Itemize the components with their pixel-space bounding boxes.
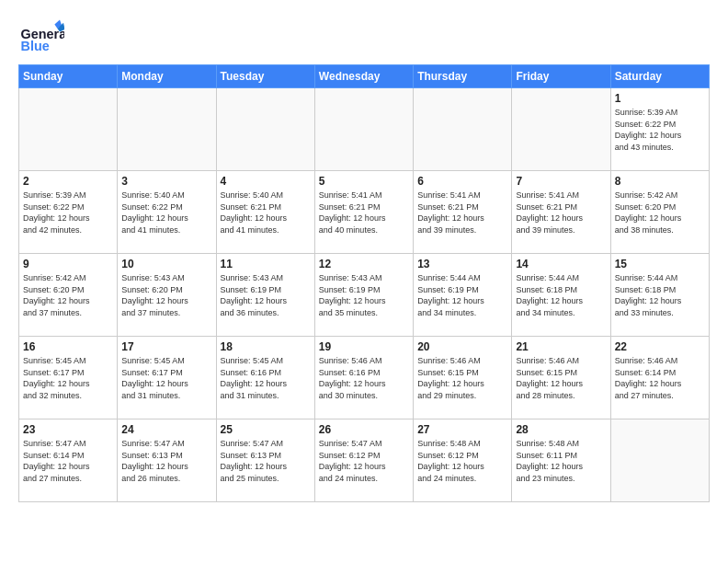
calendar-cell: 16Sunrise: 5:45 AM Sunset: 6:17 PM Dayli… <box>19 337 118 419</box>
day-info: Sunrise: 5:40 AM Sunset: 6:21 PM Dayligh… <box>221 190 311 236</box>
day-info: Sunrise: 5:45 AM Sunset: 6:16 PM Dayligh… <box>221 355 311 401</box>
calendar-cell: 8Sunrise: 5:42 AM Sunset: 6:20 PM Daylig… <box>610 171 709 254</box>
day-info: Sunrise: 5:46 AM Sunset: 6:16 PM Dayligh… <box>319 355 409 401</box>
calendar-cell <box>314 88 413 171</box>
day-info: Sunrise: 5:47 AM Sunset: 6:13 PM Dayligh… <box>221 438 311 484</box>
day-info: Sunrise: 5:41 AM Sunset: 6:21 PM Dayligh… <box>516 190 606 236</box>
day-number: 6 <box>417 175 507 188</box>
day-number: 2 <box>23 175 113 188</box>
day-number: 3 <box>121 175 211 188</box>
calendar-week-row: 9Sunrise: 5:42 AM Sunset: 6:20 PM Daylig… <box>19 254 710 337</box>
day-info: Sunrise: 5:43 AM Sunset: 6:19 PM Dayligh… <box>319 272 409 318</box>
day-number: 24 <box>121 423 211 436</box>
day-number: 5 <box>319 175 409 188</box>
calendar-cell: 9Sunrise: 5:42 AM Sunset: 6:20 PM Daylig… <box>19 254 118 337</box>
day-number: 19 <box>319 340 409 353</box>
calendar-cell: 24Sunrise: 5:47 AM Sunset: 6:13 PM Dayli… <box>118 419 216 502</box>
day-info: Sunrise: 5:45 AM Sunset: 6:17 PM Dayligh… <box>121 355 211 401</box>
weekday-header: Thursday <box>414 65 512 88</box>
day-number: 11 <box>221 258 311 270</box>
calendar-cell: 25Sunrise: 5:47 AM Sunset: 6:13 PM Dayli… <box>216 419 314 502</box>
calendar-week-row: 1Sunrise: 5:39 AM Sunset: 6:22 PM Daylig… <box>19 88 710 171</box>
calendar-cell <box>610 419 709 502</box>
calendar-cell <box>512 88 610 171</box>
weekday-header: Saturday <box>610 65 709 88</box>
day-number: 4 <box>221 175 311 188</box>
calendar-cell: 5Sunrise: 5:41 AM Sunset: 6:21 PM Daylig… <box>314 171 413 254</box>
calendar-cell: 18Sunrise: 5:45 AM Sunset: 6:16 PM Dayli… <box>216 337 314 419</box>
calendar-cell <box>216 88 314 171</box>
weekday-header: Tuesday <box>216 65 314 88</box>
calendar-week-row: 23Sunrise: 5:47 AM Sunset: 6:14 PM Dayli… <box>19 419 710 502</box>
calendar-cell: 19Sunrise: 5:46 AM Sunset: 6:16 PM Dayli… <box>314 337 413 419</box>
day-info: Sunrise: 5:48 AM Sunset: 6:12 PM Dayligh… <box>417 438 507 484</box>
day-number: 8 <box>615 175 705 188</box>
svg-text:Blue: Blue <box>21 39 50 53</box>
day-info: Sunrise: 5:39 AM Sunset: 6:22 PM Dayligh… <box>23 190 113 236</box>
day-info: Sunrise: 5:44 AM Sunset: 6:18 PM Dayligh… <box>615 272 705 318</box>
day-number: 9 <box>23 258 113 270</box>
day-info: Sunrise: 5:44 AM Sunset: 6:19 PM Dayligh… <box>417 272 507 318</box>
day-info: Sunrise: 5:47 AM Sunset: 6:13 PM Dayligh… <box>121 438 211 484</box>
weekday-header: Sunday <box>19 65 118 88</box>
day-info: Sunrise: 5:40 AM Sunset: 6:22 PM Dayligh… <box>121 190 211 236</box>
day-number: 17 <box>121 340 211 353</box>
calendar-cell <box>414 88 512 171</box>
calendar-cell: 13Sunrise: 5:44 AM Sunset: 6:19 PM Dayli… <box>414 254 512 337</box>
calendar-cell: 12Sunrise: 5:43 AM Sunset: 6:19 PM Dayli… <box>314 254 413 337</box>
calendar-week-row: 16Sunrise: 5:45 AM Sunset: 6:17 PM Dayli… <box>19 337 710 419</box>
logo-icon: General Blue <box>18 18 64 55</box>
calendar-cell: 4Sunrise: 5:40 AM Sunset: 6:21 PM Daylig… <box>216 171 314 254</box>
day-info: Sunrise: 5:39 AM Sunset: 6:22 PM Dayligh… <box>615 107 705 153</box>
calendar-week-row: 2Sunrise: 5:39 AM Sunset: 6:22 PM Daylig… <box>19 171 710 254</box>
day-number: 22 <box>615 340 705 353</box>
day-info: Sunrise: 5:45 AM Sunset: 6:17 PM Dayligh… <box>23 355 113 401</box>
day-number: 25 <box>221 423 311 436</box>
calendar-cell <box>118 88 216 171</box>
day-number: 15 <box>615 258 705 270</box>
calendar-cell: 2Sunrise: 5:39 AM Sunset: 6:22 PM Daylig… <box>19 171 118 254</box>
day-number: 12 <box>319 258 409 270</box>
weekday-header: Wednesday <box>314 65 413 88</box>
day-info: Sunrise: 5:48 AM Sunset: 6:11 PM Dayligh… <box>516 438 606 484</box>
day-info: Sunrise: 5:41 AM Sunset: 6:21 PM Dayligh… <box>319 190 409 236</box>
day-info: Sunrise: 5:46 AM Sunset: 6:15 PM Dayligh… <box>516 355 606 401</box>
weekday-header: Monday <box>118 65 216 88</box>
calendar-cell: 1Sunrise: 5:39 AM Sunset: 6:22 PM Daylig… <box>610 88 709 171</box>
weekday-header: Friday <box>512 65 610 88</box>
calendar-cell: 20Sunrise: 5:46 AM Sunset: 6:15 PM Dayli… <box>414 337 512 419</box>
day-info: Sunrise: 5:42 AM Sunset: 6:20 PM Dayligh… <box>615 190 705 236</box>
day-info: Sunrise: 5:46 AM Sunset: 6:14 PM Dayligh… <box>615 355 705 401</box>
day-info: Sunrise: 5:44 AM Sunset: 6:18 PM Dayligh… <box>516 272 606 318</box>
day-info: Sunrise: 5:46 AM Sunset: 6:15 PM Dayligh… <box>417 355 507 401</box>
calendar-cell: 3Sunrise: 5:40 AM Sunset: 6:22 PM Daylig… <box>118 171 216 254</box>
calendar-cell: 7Sunrise: 5:41 AM Sunset: 6:21 PM Daylig… <box>512 171 610 254</box>
day-number: 20 <box>417 340 507 353</box>
day-info: Sunrise: 5:41 AM Sunset: 6:21 PM Dayligh… <box>417 190 507 236</box>
calendar-cell: 28Sunrise: 5:48 AM Sunset: 6:11 PM Dayli… <box>512 419 610 502</box>
calendar-cell: 27Sunrise: 5:48 AM Sunset: 6:12 PM Dayli… <box>414 419 512 502</box>
day-number: 18 <box>221 340 311 353</box>
day-info: Sunrise: 5:47 AM Sunset: 6:12 PM Dayligh… <box>319 438 409 484</box>
day-info: Sunrise: 5:47 AM Sunset: 6:14 PM Dayligh… <box>23 438 113 484</box>
day-number: 14 <box>516 258 606 270</box>
logo: General Blue <box>18 18 64 55</box>
day-number: 1 <box>615 92 705 105</box>
calendar-cell: 15Sunrise: 5:44 AM Sunset: 6:18 PM Dayli… <box>610 254 709 337</box>
calendar-cell: 22Sunrise: 5:46 AM Sunset: 6:14 PM Dayli… <box>610 337 709 419</box>
day-number: 26 <box>319 423 409 436</box>
calendar-cell: 23Sunrise: 5:47 AM Sunset: 6:14 PM Dayli… <box>19 419 118 502</box>
day-info: Sunrise: 5:42 AM Sunset: 6:20 PM Dayligh… <box>23 272 113 318</box>
day-info: Sunrise: 5:43 AM Sunset: 6:19 PM Dayligh… <box>221 272 311 318</box>
calendar-table: SundayMondayTuesdayWednesdayThursdayFrid… <box>18 64 710 502</box>
page-header: General Blue <box>18 18 710 55</box>
calendar-cell <box>19 88 118 171</box>
calendar-cell: 14Sunrise: 5:44 AM Sunset: 6:18 PM Dayli… <box>512 254 610 337</box>
calendar-cell: 26Sunrise: 5:47 AM Sunset: 6:12 PM Dayli… <box>314 419 413 502</box>
calendar-cell: 21Sunrise: 5:46 AM Sunset: 6:15 PM Dayli… <box>512 337 610 419</box>
day-number: 21 <box>516 340 606 353</box>
day-number: 28 <box>516 423 606 436</box>
weekday-header-row: SundayMondayTuesdayWednesdayThursdayFrid… <box>19 65 710 88</box>
day-number: 27 <box>417 423 507 436</box>
day-number: 7 <box>516 175 606 188</box>
